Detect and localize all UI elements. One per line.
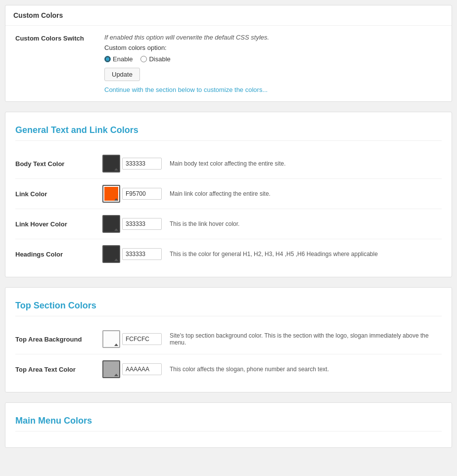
top-area-background-swatch-arrow xyxy=(114,344,118,346)
switch-label: Custom Colors Switch xyxy=(15,34,94,42)
general-text-link-colors-section: General Text and Link Colors Body Text C… xyxy=(5,112,452,277)
link-hover-color-swatch-arrow xyxy=(114,228,118,231)
top-area-text-color-row: Top Area Text Color This color affects t… xyxy=(15,354,442,384)
enable-radio-text: Enable xyxy=(113,55,133,63)
continue-text: Continue with the section below to custo… xyxy=(104,86,442,93)
top-area-background-picker xyxy=(102,330,162,348)
switch-option-label: Custom colors option: xyxy=(104,44,442,51)
disable-radio-text: Disable xyxy=(149,55,170,63)
top-area-background-label: Top Area Background xyxy=(15,336,94,343)
main-menu-colors-section: Main Menu Colors xyxy=(5,402,452,448)
top-area-text-color-swatch[interactable] xyxy=(102,360,120,378)
enable-radio-label[interactable]: Enable xyxy=(104,55,133,63)
custom-colors-card-body: Custom Colors Switch If enabled this opt… xyxy=(5,26,452,101)
switch-description: If enabled this option will overwrite th… xyxy=(104,34,442,41)
body-text-color-input[interactable] xyxy=(122,158,162,170)
top-area-text-color-input[interactable] xyxy=(122,363,162,375)
radio-group: Enable Disable xyxy=(104,55,442,63)
link-color-swatch-arrow xyxy=(114,198,118,201)
link-color-row: Link Color Main link color affecting the… xyxy=(15,179,442,209)
headings-color-swatch-arrow xyxy=(114,259,118,261)
top-area-background-row: Top Area Background Site's top section b… xyxy=(15,324,442,354)
body-text-color-picker xyxy=(102,155,162,173)
disable-radio-label[interactable]: Disable xyxy=(140,55,170,63)
headings-color-description: This is the color for general H1, H2, H3… xyxy=(170,251,442,258)
custom-colors-card: Custom Colors Custom Colors Switch If en… xyxy=(5,5,452,102)
headings-color-input[interactable] xyxy=(122,248,162,260)
link-hover-color-swatch[interactable] xyxy=(102,215,120,233)
switch-row: Custom Colors Switch If enabled this opt… xyxy=(15,34,442,93)
body-text-color-swatch[interactable] xyxy=(102,155,120,173)
headings-color-swatch[interactable] xyxy=(102,245,120,263)
body-text-color-label: Body Text Color xyxy=(15,160,94,168)
body-text-color-swatch-arrow xyxy=(114,168,118,171)
general-section-heading: General Text and Link Colors xyxy=(15,120,442,141)
top-area-text-color-label: Top Area Text Color xyxy=(15,366,94,373)
link-color-description: Main link color affecting the entire sit… xyxy=(170,190,442,197)
top-area-text-color-swatch-arrow xyxy=(114,374,118,376)
top-area-background-swatch[interactable] xyxy=(102,330,120,348)
body-text-color-description: Main body text color affecting the entir… xyxy=(170,160,442,167)
top-section-heading: Top Section Colors xyxy=(15,296,442,316)
switch-content: If enabled this option will overwrite th… xyxy=(104,34,442,93)
custom-colors-card-title: Custom Colors xyxy=(5,5,452,26)
link-hover-color-picker xyxy=(102,215,162,233)
body-text-color-row: Body Text Color Main body text color aff… xyxy=(15,149,442,179)
link-hover-color-description: This is the link hover color. xyxy=(170,220,442,227)
top-area-text-color-picker xyxy=(102,360,162,378)
top-area-background-description: Site's top section background color. Thi… xyxy=(170,332,442,346)
main-menu-heading: Main Menu Colors xyxy=(15,411,442,432)
link-hover-color-row: Link Hover Color This is the link hover … xyxy=(15,209,442,239)
top-area-text-color-description: This color affects the slogan, phone num… xyxy=(170,366,442,373)
link-color-input[interactable] xyxy=(122,188,162,200)
link-color-swatch[interactable] xyxy=(102,185,120,203)
page-wrapper: Custom Colors Custom Colors Switch If en… xyxy=(0,0,457,476)
headings-color-picker xyxy=(102,245,162,263)
link-hover-color-input[interactable] xyxy=(122,218,162,230)
link-color-picker xyxy=(102,185,162,203)
update-button[interactable]: Update xyxy=(104,68,140,81)
disable-radio[interactable] xyxy=(140,56,147,62)
headings-color-label: Headings Color xyxy=(15,251,94,258)
enable-radio[interactable] xyxy=(104,56,111,62)
headings-color-row: Headings Color This is the color for gen… xyxy=(15,239,442,269)
link-hover-color-label: Link Hover Color xyxy=(15,220,94,228)
link-color-label: Link Color xyxy=(15,190,94,198)
top-area-background-input[interactable] xyxy=(122,333,162,345)
top-section-colors-section: Top Section Colors Top Area Background S… xyxy=(5,287,452,392)
